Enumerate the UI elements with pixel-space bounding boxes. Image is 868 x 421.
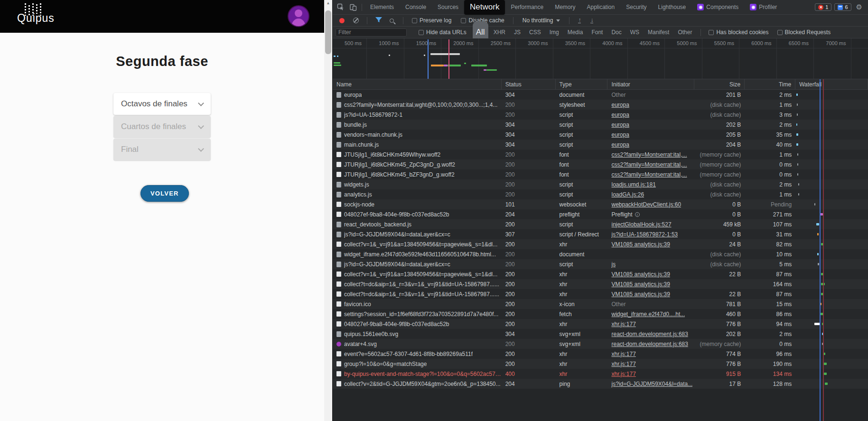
initiator-link[interactable]: css2?family=Montserrat:ital,... bbox=[611, 161, 687, 168]
initiator-link[interactable]: xhr.js:177 bbox=[611, 371, 635, 377]
table-row[interactable]: js?id=G-JGJDM59X04&l=dataLayer&cx=c200sc… bbox=[333, 259, 868, 269]
filter-input[interactable] bbox=[336, 28, 407, 37]
scroll-up-arrow-icon[interactable]: ▲ bbox=[324, 0, 332, 7]
table-row[interactable]: favicon.ico200x-iconOther781 B15 ms bbox=[333, 299, 868, 309]
tab-console[interactable]: Console bbox=[400, 0, 432, 15]
initiator-link[interactable]: loadjs.umd.js:181 bbox=[611, 181, 655, 188]
filter-funnel-icon[interactable] bbox=[375, 17, 382, 24]
filter-pill-other[interactable]: Other bbox=[674, 28, 695, 36]
initiator-link[interactable]: VM1085 analytics.js:39 bbox=[611, 291, 670, 298]
blocked-requests-checkbox[interactable]: Blocked Requests bbox=[777, 29, 831, 36]
initiator-link[interactable]: europa bbox=[611, 131, 629, 138]
initiator-link[interactable]: webpackHotDevClient.js:60 bbox=[611, 201, 681, 208]
page-scrollbar[interactable]: ▲ bbox=[324, 0, 332, 421]
table-row[interactable]: settings?session_id=1f6ef68fd3f723a70352… bbox=[333, 309, 868, 319]
scrollbar-thumb[interactable] bbox=[325, 10, 331, 54]
select-final[interactable]: Final bbox=[113, 139, 211, 160]
initiator-link[interactable]: xhr.js:177 bbox=[611, 361, 635, 367]
search-icon[interactable] bbox=[390, 19, 394, 23]
select-cuartos[interactable]: Cuartos de finales bbox=[113, 116, 211, 138]
table-row[interactable]: collect?t=dc&aip=1&_r=3&v=1&_v=j91&tid=U… bbox=[333, 279, 868, 289]
initiator-link[interactable]: css2?family=Montserrat:ital,... bbox=[611, 171, 687, 178]
filter-pill-font[interactable]: Font bbox=[588, 28, 606, 36]
table-row[interactable]: collect?v=1&_v=j91&a=1384509456&t=pagevi… bbox=[333, 239, 868, 249]
initiator-link[interactable]: js?id=UA-158679872-1:53 bbox=[611, 231, 678, 238]
issues-badge[interactable]: 6 bbox=[834, 3, 851, 11]
tab-lighthouse[interactable]: Lighthouse bbox=[653, 0, 692, 15]
column-header-name[interactable]: Name bbox=[333, 79, 502, 89]
initiator-link[interactable]: VM1085 analytics.js:39 bbox=[611, 271, 670, 278]
table-row[interactable]: sockjs-node101websocketwebpackHotDevClie… bbox=[333, 199, 868, 209]
table-row[interactable]: collect?v=2&tid=G-JGJDM59X04&gtm=2oe6n0&… bbox=[333, 379, 868, 389]
filter-pill-media[interactable]: Media bbox=[564, 28, 587, 36]
volver-button[interactable]: VOLVER bbox=[140, 185, 189, 202]
initiator-link[interactable]: loadGA.js:26 bbox=[611, 191, 644, 198]
table-row[interactable]: JTUSjIg1_i6t8kCHKm459Wlhyw.woff2200fontc… bbox=[333, 150, 868, 159]
quipus-logo[interactable]: Quipus bbox=[17, 3, 55, 25]
initiator-link[interactable]: css2?family=Montserrat:ital,... bbox=[611, 151, 687, 158]
record-button[interactable] bbox=[339, 18, 345, 23]
filter-pill-manifest[interactable]: Manifest bbox=[644, 28, 672, 36]
initiator-link[interactable]: js bbox=[611, 261, 616, 268]
tab-security[interactable]: Security bbox=[620, 0, 652, 15]
column-header-status[interactable]: Status bbox=[502, 79, 556, 89]
table-row[interactable]: group?l=10&o=0&g=matchStage200xhrxhr.js:… bbox=[333, 359, 868, 369]
table-row[interactable]: main.chunk.js304scripteuropa204 B40 ms bbox=[333, 140, 868, 150]
filter-pill-css[interactable]: CSS bbox=[526, 28, 544, 36]
table-row[interactable]: vendors~main.chunk.js304scripteuropa205 … bbox=[333, 130, 868, 140]
has-blocked-cookies-checkbox[interactable]: Has blocked cookies bbox=[709, 29, 768, 36]
select-octavos[interactable]: Octavos de finales bbox=[113, 93, 211, 115]
initiator-link[interactable]: europa bbox=[611, 141, 629, 148]
initiator-link[interactable]: europa bbox=[611, 122, 629, 128]
inspect-element-icon[interactable] bbox=[335, 1, 347, 13]
column-header-type[interactable]: Type bbox=[556, 79, 608, 89]
column-header-initiator[interactable]: Initiator bbox=[607, 79, 694, 89]
initiator-link[interactable]: VM1085 analytics.js:39 bbox=[611, 241, 670, 248]
preserve-log-checkbox[interactable]: Preserve log bbox=[412, 17, 451, 24]
table-row[interactable]: europa304documentOther201 B2 ms bbox=[333, 90, 868, 100]
settings-gear-icon[interactable]: ⚙ bbox=[856, 3, 862, 11]
tab-network[interactable]: Network bbox=[464, 0, 505, 15]
table-row[interactable]: quipus.1561ee0b.svg304svg+xmlreact-dom.d… bbox=[333, 329, 868, 339]
tab-components[interactable]: Components bbox=[691, 0, 744, 15]
hide-data-urls-checkbox[interactable]: Hide data URLs bbox=[419, 29, 467, 36]
tab-application[interactable]: Application bbox=[581, 0, 621, 15]
initiator-link[interactable]: react-dom.development.js:683 bbox=[611, 341, 688, 347]
table-row[interactable]: analytics.js200scriptloadGA.js:26(disk c… bbox=[333, 189, 868, 199]
initiator-link[interactable]: widget_iframe.e2f47d0....ht... bbox=[611, 311, 685, 318]
initiator-link[interactable]: injectGlobalHook.js:527 bbox=[611, 221, 671, 228]
column-header-time[interactable]: Time bbox=[745, 79, 795, 89]
table-row[interactable]: css2?family=Montserrat:ital,wght@0,100;0… bbox=[333, 100, 868, 110]
tab-elements[interactable]: Elements bbox=[364, 0, 400, 15]
filter-pill-js[interactable]: JS bbox=[511, 28, 524, 36]
column-header-size[interactable]: Size bbox=[694, 79, 745, 89]
table-row[interactable]: collect?t=dc&aip=1&_r=3&v=1&_v=j91&tid=U… bbox=[333, 289, 868, 299]
table-row[interactable]: react_devtools_backend.js200scriptinject… bbox=[333, 219, 868, 229]
table-row[interactable]: JTURjIg1_i6t8kCHKm45_ZpC3gnD_g.woff2200f… bbox=[333, 159, 868, 169]
initiator-link[interactable]: xhr.js:177 bbox=[611, 351, 635, 357]
table-row[interactable]: js?id=G-JGJDM59X04&l=dataLayer&cx=c307sc… bbox=[333, 229, 868, 239]
table-row[interactable]: JTURjIg1_i6t8kCHKm45_bZF3gnD_g.woff2200f… bbox=[333, 169, 868, 179]
tab-profiler[interactable]: Profiler bbox=[744, 0, 783, 15]
filter-pill-img[interactable]: Img bbox=[546, 28, 562, 36]
table-row[interactable]: event?e=5602ac57-6307-4d61-8f8b-bb89269a… bbox=[333, 349, 868, 359]
filter-pill-ws[interactable]: WS bbox=[627, 28, 643, 36]
table-row[interactable]: js?id=UA-158679872-1200scripteuropa(disk… bbox=[333, 110, 868, 120]
error-badge[interactable]: ✕ 1 bbox=[815, 3, 831, 11]
timeline-overview[interactable]: 500 ms1000 ms1500 ms2000 ms2500 ms3000 m… bbox=[333, 38, 868, 79]
tab-memory[interactable]: Memory bbox=[549, 0, 581, 15]
column-header-waterfall[interactable]: Waterfall bbox=[795, 79, 868, 89]
table-row[interactable]: widget_iframe.e2f47d03e592fe463d11656051… bbox=[333, 249, 868, 259]
device-toolbar-icon[interactable] bbox=[347, 1, 359, 13]
table-row[interactable]: 048027ef-9ba8-404e-9f8b-c037ed8ac52b200x… bbox=[333, 319, 868, 329]
initiator-link[interactable]: europa bbox=[611, 112, 629, 118]
table-row[interactable]: collect?v=1&_v=j91&a=1384509456&t=pagevi… bbox=[333, 269, 868, 279]
tab-sources[interactable]: Sources bbox=[432, 0, 464, 15]
initiator-link[interactable]: js?id=G-JGJDM59X04&l=data... bbox=[611, 381, 692, 387]
table-row[interactable]: 048027ef-9ba8-404e-9f8b-c037ed8ac52b204p… bbox=[333, 209, 868, 219]
filter-pill-xhr[interactable]: XHR bbox=[490, 28, 509, 36]
initiator-link[interactable]: europa bbox=[611, 102, 629, 108]
table-row[interactable]: bundle.js304scripteuropa202 B2 ms bbox=[333, 120, 868, 130]
filter-pill-doc[interactable]: Doc bbox=[608, 28, 625, 36]
table-row[interactable]: widgets.js200scriptloadjs.umd.js:181(dis… bbox=[333, 179, 868, 189]
